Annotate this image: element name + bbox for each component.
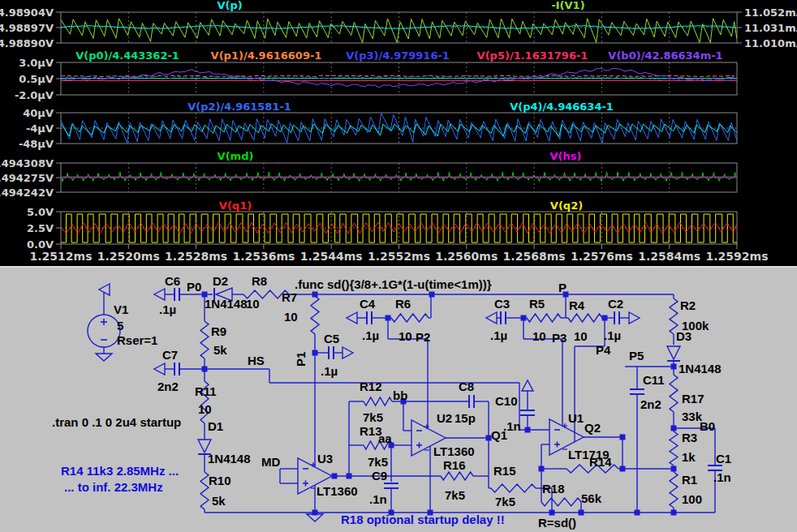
component-label[interactable]: R5 — [529, 297, 545, 311]
trace-label[interactable]: V(p1)/4.9616609-1 — [211, 49, 322, 62]
component-label[interactable]: .1µ — [321, 364, 338, 378]
trace-label[interactable]: V(p0)/4.443362-1 — [75, 49, 179, 62]
component-label[interactable]: R15 — [493, 464, 516, 478]
component-label[interactable]: P4 — [596, 343, 611, 357]
component-label[interactable]: R4 — [569, 298, 585, 312]
component-label[interactable]: V1 — [114, 302, 128, 316]
component-label[interactable]: U1 — [568, 411, 584, 425]
component-label[interactable]: 10 — [246, 297, 260, 311]
component-label[interactable]: MD — [261, 455, 280, 469]
component-label[interactable]: D1 — [208, 419, 223, 433]
component-label[interactable]: 7k5 — [495, 495, 515, 508]
trace-label[interactable]: V(q1) — [219, 200, 252, 212]
comment-text[interactable]: ... to inf. 22.3MHz — [64, 480, 163, 494]
component-label[interactable]: R9 — [211, 324, 226, 338]
component-label[interactable]: 1N4148 — [208, 452, 251, 466]
component-label[interactable]: 7k5 — [363, 410, 383, 424]
component-label[interactable]: P5 — [629, 349, 644, 363]
component-label[interactable]: R2 — [680, 298, 696, 312]
component-label[interactable]: 1N4148 — [679, 362, 722, 375]
component-label[interactable]: U2 — [437, 411, 452, 425]
component-label[interactable]: P2 — [416, 330, 430, 344]
component-label[interactable]: P1 — [294, 352, 308, 367]
component-label[interactable]: R=sd() — [538, 516, 576, 530]
component-label[interactable]: HS — [248, 354, 265, 367]
component-label[interactable]: R7 — [282, 290, 297, 304]
component-label[interactable]: 10 — [284, 310, 298, 324]
component-label[interactable]: Q2 — [584, 421, 601, 435]
comment-text[interactable]: R14 11k3 2.85MHz ... — [61, 464, 179, 478]
component-label[interactable]: C2 — [608, 297, 623, 311]
component-label[interactable]: .1n — [369, 492, 387, 506]
trace-label[interactable]: V(q2) — [550, 200, 583, 212]
component-label[interactable]: 10 — [398, 329, 412, 343]
component-label[interactable]: 1N4148 — [205, 297, 248, 311]
component-label[interactable]: C3 — [494, 297, 510, 311]
component-label[interactable]: C7 — [162, 348, 178, 362]
component-label[interactable]: C5 — [324, 332, 339, 345]
component-label[interactable]: 5 — [117, 319, 123, 332]
component-label[interactable]: C10 — [495, 394, 518, 408]
component-label[interactable]: .1µ — [159, 302, 176, 316]
component-label[interactable]: .1µ — [362, 328, 379, 342]
component-label[interactable]: C1 — [716, 452, 731, 466]
component-label[interactable]: R14 — [589, 455, 612, 469]
component-label[interactable]: 2n2 — [157, 380, 179, 393]
component-label[interactable]: 7k5 — [445, 488, 465, 502]
component-label[interactable]: .tran 0 .1 0 2u4 startup — [52, 415, 181, 429]
component-label[interactable]: .1n — [503, 419, 521, 433]
component-label[interactable]: .1n — [713, 470, 731, 484]
component-label[interactable]: .func sd(){3/8+.1G*(1-u(time<1m))} — [295, 277, 492, 291]
component-label[interactable]: 15p — [455, 411, 476, 425]
component-label[interactable]: 1k — [682, 450, 696, 464]
component-label[interactable]: LT1360 — [433, 444, 475, 458]
component-label[interactable]: C4 — [360, 297, 376, 311]
component-label[interactable]: C8 — [459, 380, 474, 393]
trace-label[interactable]: V(p3)/4.979916-1 — [346, 49, 450, 62]
component-label[interactable]: R8 — [252, 274, 267, 288]
trace-label[interactable]: V(hs) — [550, 150, 582, 162]
trace-label[interactable]: V(md) — [218, 150, 254, 162]
component-label[interactable]: R11 — [195, 384, 217, 398]
component-label[interactable]: P — [558, 281, 567, 294]
component-label[interactable]: 10 — [198, 402, 212, 416]
trace-label[interactable]: V(b0)/42.86634m-1 — [608, 49, 722, 62]
trace-label[interactable]: V(p5)/1.1631796-1 — [477, 49, 588, 62]
component-label[interactable]: R16 — [443, 458, 466, 472]
comment-text[interactable]: R18 optional startup delay !! — [341, 513, 505, 526]
component-label[interactable]: 5k — [212, 494, 226, 508]
schematic-editor[interactable]: C6P0D2R8.func sd(){3/8+.1G*(1-u(time<1m)… — [0, 268, 797, 532]
component-label[interactable]: C9 — [372, 469, 387, 483]
component-label[interactable]: LT1360 — [317, 484, 358, 498]
component-label[interactable]: R1 — [682, 473, 697, 487]
trace-label[interactable]: V(p) — [217, 0, 242, 11]
component-label[interactable]: 10 — [574, 329, 588, 343]
schematic-canvas[interactable]: C6P0D2R8.func sd(){3/8+.1G*(1-u(time<1m)… — [0, 268, 797, 532]
component-label[interactable]: .1µ — [490, 328, 507, 342]
component-label[interactable]: R10 — [209, 474, 231, 487]
waveform-plot-canvas[interactable]: 4.98904V4.98897V4.98890V11.052mA11.031mA… — [0, 0, 797, 266]
component-label[interactable]: R3 — [682, 431, 697, 444]
component-label[interactable]: bb — [393, 388, 407, 402]
component-label[interactable]: R6 — [395, 297, 411, 311]
component-label[interactable]: 7k5 — [368, 455, 388, 469]
component-label[interactable]: D2 — [213, 274, 228, 288]
waveform-viewer[interactable]: 4.98904V4.98897V4.98890V11.052mA11.031mA… — [0, 0, 797, 266]
component-label[interactable]: D3 — [676, 329, 691, 343]
trace-label[interactable]: V(p2)/4.961581-1 — [187, 101, 291, 113]
component-label[interactable]: P3 — [552, 331, 567, 345]
component-label[interactable]: R18 — [542, 482, 565, 496]
component-label[interactable]: C6 — [165, 274, 180, 288]
component-label[interactable]: R17 — [682, 392, 704, 405]
trace-label[interactable]: -I(V1) — [551, 0, 584, 11]
component-label[interactable]: 5k — [213, 343, 227, 357]
component-label[interactable]: C11 — [643, 373, 665, 387]
component-label[interactable]: 56k — [581, 491, 602, 505]
component-label[interactable]: P0 — [187, 280, 201, 294]
component-label[interactable]: .1µ — [604, 328, 621, 342]
component-label[interactable]: 2n2 — [640, 397, 661, 411]
component-label[interactable]: aa — [378, 431, 392, 445]
component-label[interactable]: R12 — [360, 380, 382, 393]
component-label[interactable]: U3 — [317, 452, 333, 466]
component-label[interactable]: 100 — [682, 492, 702, 506]
